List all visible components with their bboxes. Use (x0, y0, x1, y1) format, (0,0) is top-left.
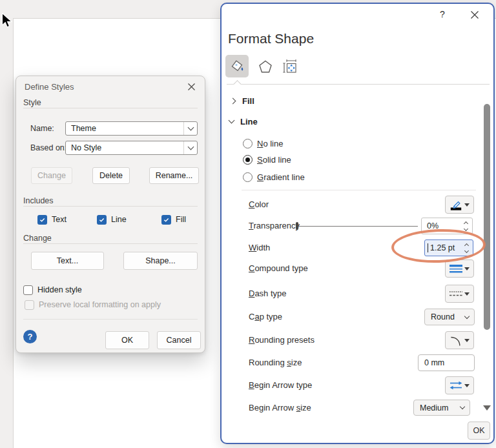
preserve-local-formatting-checkbox: Preserve local formatting on apply (25, 300, 161, 310)
selected-tab-notch (233, 80, 242, 88)
rounding-presets-dropdown[interactable] (445, 331, 474, 349)
based-on-combobox[interactable]: No Style (65, 141, 198, 155)
checkbox-checked-icon (37, 215, 47, 225)
cap-type-label: Cap type (249, 312, 282, 322)
chevron-right-icon (230, 97, 236, 104)
style-name-value: Theme (66, 124, 183, 133)
paint-bucket-icon (229, 59, 245, 74)
rename-style-button[interactable]: Rename... (149, 167, 199, 184)
begin-arrow-type-label: Begin Arrow type (249, 380, 312, 391)
compound-type-label: Compound type (249, 263, 308, 274)
chevron-down-icon[interactable] (183, 122, 197, 135)
chevron-down-icon (464, 313, 470, 318)
includes-line-checkbox[interactable]: Line (97, 214, 127, 225)
change-text-button[interactable]: Text... (31, 252, 104, 270)
checkbox-checked-icon (161, 215, 171, 225)
transparency-label: Transparency (249, 221, 300, 231)
close-icon[interactable] (470, 10, 479, 19)
dropdown-arrow-icon (464, 267, 470, 270)
change-group-header: Change (23, 234, 198, 244)
begin-arrow-size-select[interactable]: Medium (413, 400, 470, 416)
dash-type-label: Dash type (249, 289, 287, 299)
style-name-combobox[interactable]: Theme (65, 121, 198, 136)
begin-arrow-size-label: Begin Arrow size (249, 403, 311, 413)
spinner-up-icon[interactable] (464, 243, 468, 247)
pentagon-icon (258, 59, 273, 74)
radio-no-line[interactable]: No line (243, 138, 283, 149)
compound-type-icon (449, 263, 463, 274)
checkbox-disabled-icon (25, 300, 34, 310)
scrollbar-down-icon[interactable] (483, 405, 491, 411)
panel-title: Format Shape (228, 31, 314, 46)
chevron-down-icon (229, 117, 235, 123)
rounding-presets-label: Rounding presets (249, 335, 315, 345)
rounding-size-field[interactable]: 0 mm (418, 354, 475, 371)
close-icon[interactable] (187, 83, 196, 92)
line-color-dropdown[interactable] (445, 196, 474, 214)
footer-divider (23, 319, 198, 320)
tabs-divider (227, 84, 490, 85)
transparency-spinner[interactable]: 0% (421, 218, 473, 234)
transparency-slider-track[interactable] (298, 226, 418, 227)
size-position-icon (282, 59, 298, 74)
radio-selected-icon (243, 155, 253, 165)
width-spinner[interactable]: 1.25 pt (424, 239, 473, 256)
radio-icon (243, 172, 253, 182)
radio-icon (243, 139, 253, 148)
transparency-slider-thumb[interactable] (296, 222, 298, 230)
based-on-label: Based on: (30, 143, 67, 152)
dropdown-arrow-icon (464, 292, 470, 296)
dropdown-arrow-icon (464, 339, 470, 342)
hidden-style-checkbox[interactable]: Hidden style (23, 285, 82, 295)
includes-fill-checkbox[interactable]: Fill (161, 214, 186, 225)
style-group-header: Style (23, 98, 198, 108)
format-shape-panel: ? Format Shape (220, 3, 495, 444)
width-label: Width (249, 243, 270, 253)
based-on-value: No Style (66, 143, 183, 152)
change-style-button[interactable]: Change (31, 167, 72, 184)
cap-type-select[interactable]: Round (424, 309, 475, 325)
radio-gradient-line[interactable]: Gradient line (243, 172, 305, 183)
fill-section-header[interactable]: Fill (231, 95, 254, 107)
includes-group-header: Includes (23, 196, 198, 207)
color-label: Color (249, 199, 269, 210)
delete-style-button[interactable]: Delete (92, 167, 130, 184)
rounding-size-label: Rounding size (249, 358, 302, 368)
checkbox-unchecked-icon (23, 285, 33, 295)
begin-arrow-type-dropdown[interactable] (445, 376, 474, 394)
compound-type-dropdown[interactable] (445, 260, 474, 278)
dropdown-arrow-icon (464, 203, 470, 207)
panel-ok-button[interactable]: OK (468, 422, 490, 440)
spinner-up-icon[interactable] (463, 221, 468, 225)
line-section-header[interactable]: Line (229, 116, 258, 127)
scrollbar-thumb[interactable] (484, 104, 490, 330)
begin-arrow-icon (449, 380, 463, 391)
cancel-button[interactable]: Cancel (157, 331, 201, 349)
ok-button[interactable]: OK (105, 331, 149, 349)
radio-solid-line[interactable]: Solid line (243, 154, 291, 165)
mouse-cursor-icon (1, 13, 13, 30)
dash-type-dropdown[interactable] (445, 285, 474, 303)
spinner-down-icon[interactable] (463, 226, 468, 230)
help-icon[interactable]: ? (23, 330, 37, 343)
checkbox-checked-icon (97, 215, 107, 225)
chevron-down-icon[interactable] (183, 141, 197, 154)
name-label: Name: (30, 124, 54, 133)
spinner-down-icon[interactable] (464, 248, 468, 252)
tab-fill-and-line[interactable] (225, 55, 249, 77)
chevron-down-icon (460, 404, 465, 409)
line-color-icon (449, 198, 463, 211)
includes-text-checkbox[interactable]: Text (37, 214, 67, 225)
rounding-curve-icon (449, 334, 463, 346)
define-styles-dialog: Define Styles Style Name: Theme Based on… (16, 76, 205, 353)
line-options-divider (242, 190, 476, 190)
tab-size-and-properties[interactable] (278, 55, 302, 77)
tab-effects[interactable] (254, 55, 277, 77)
dropdown-arrow-icon (464, 384, 470, 387)
change-shape-button[interactable]: Shape... (123, 252, 198, 270)
dialog-title: Define Styles (25, 82, 74, 92)
dash-type-icon (449, 289, 463, 299)
help-icon[interactable]: ? (437, 9, 448, 19)
